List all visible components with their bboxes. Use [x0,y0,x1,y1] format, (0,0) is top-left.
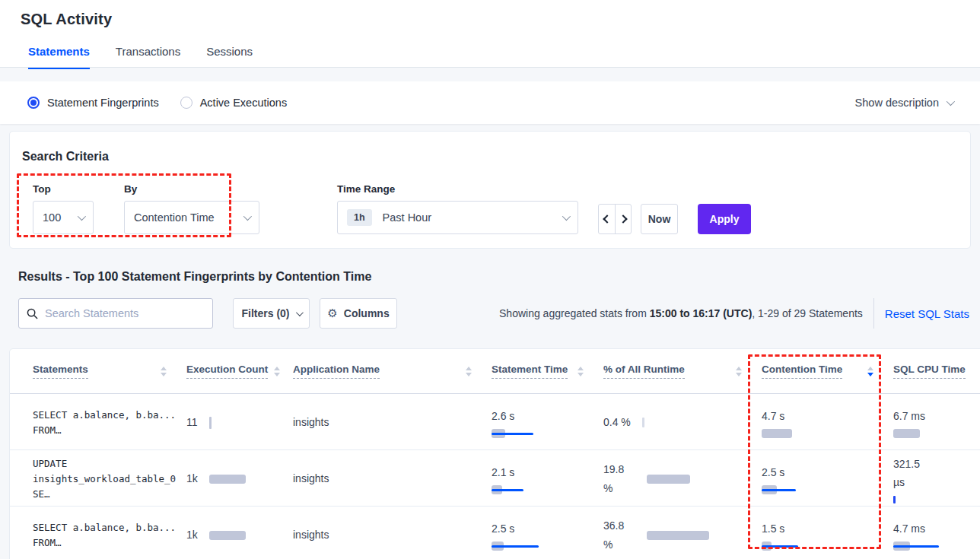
statement-fingerprint-link[interactable]: SELECT a.balance, b.ba...FROM… [33,408,186,438]
show-description-label: Show description [855,97,939,109]
now-button[interactable]: Now [641,204,678,234]
column-header-sql-cpu-time[interactable]: SQL CPU Time [893,364,980,379]
table-row[interactable]: UPDATEinsights_workload_table_0 SE… 1k i… [10,450,980,507]
time-range-select[interactable]: 1h Past Hour [337,201,578,234]
top-label: Top [33,183,94,195]
execution-count-bar [209,475,308,484]
sql-cpu-time-bar [893,542,980,551]
sort-icon [274,367,280,376]
execution-count-bar [209,417,212,429]
pct-runtime-bar [647,475,746,484]
time-range-field: Time Range 1h Past Hour [337,183,578,234]
sql-cpu-time-cell: 321.5 µs [893,455,980,503]
statement-time-bar [492,485,590,494]
chevron-down-icon [78,212,86,221]
contention-time-cell: 1.5 s [762,519,893,551]
tab-sessions[interactable]: Sessions [206,45,253,69]
pct-runtime-bar [647,531,746,540]
table-header-row: Statements Execution Count Application N… [10,349,980,394]
statements-table: Statements Execution Count Application N… [9,348,980,559]
statement-time-cell: 2.6 s [492,407,603,439]
radio-statement-fingerprints[interactable]: Statement Fingerprints [27,97,159,109]
filters-button-label: Filters (0) [241,307,289,319]
by-select[interactable]: Contention Time [124,201,259,234]
statement-time-bar [492,542,590,551]
table-row[interactable]: SELECT a.balance, b.ba...FROM… 1k insigh… [10,507,980,559]
execution-count-bar [209,531,308,540]
time-range-badge: 1h [347,209,372,226]
radio-selected-icon [27,97,40,109]
sql-cpu-time-cell: 6.7 ms [893,407,980,439]
search-icon [27,308,38,319]
chevron-down-icon [295,309,303,316]
execution-count-cell: 1k [186,526,293,545]
contention-time-cell: 4.7 s [762,407,893,439]
column-header-statement-time[interactable]: Statement Time [492,364,603,379]
filters-button[interactable]: Filters (0) [233,298,310,329]
application-name-cell: insights [293,526,492,545]
statement-time-cell: 2.1 s [492,463,603,495]
chevron-down-icon [243,212,252,221]
contention-time-bar [762,429,861,438]
sql-cpu-time-bar [893,429,980,438]
radio-active-executions[interactable]: Active Executions [180,97,287,109]
chevron-down-icon [562,212,571,221]
apply-button[interactable]: Apply [698,204,751,234]
top-field: Top 100 [33,183,94,234]
radio-statement-fingerprints-label: Statement Fingerprints [47,97,159,109]
contention-time-bar [762,485,861,494]
time-range-value: Past Hour [383,211,431,224]
statement-fingerprint-link[interactable]: UPDATEinsights_workload_table_0 SE… [33,456,186,502]
page-title: SQL Activity [21,11,962,28]
application-name-cell: insights [293,469,492,488]
tab-statements[interactable]: Statements [28,45,90,69]
search-criteria-title: Search Criteria [22,150,970,164]
time-prev-button[interactable] [599,205,615,233]
column-header-statements[interactable]: Statements [33,364,186,379]
by-label: By [124,183,259,195]
search-criteria-card: Search Criteria Top 100 By Contention Ti… [9,131,971,249]
contention-time-cell: 2.5 s [762,463,893,495]
application-name-cell: insights [293,413,492,432]
reset-sql-stats-link[interactable]: Reset SQL Stats [885,307,971,320]
view-toggle-card: Statement Fingerprints Active Executions… [0,81,980,124]
statement-time-cell: 2.5 s [492,519,603,551]
sort-icon-active-desc [867,367,873,376]
column-header-application-name[interactable]: Application Name [293,364,492,379]
execution-count-cell: 11 [186,413,293,432]
column-header-execution-count[interactable]: Execution Count [186,364,293,379]
stats-time-window: 15:00 to 16:17 (UTC) [650,307,752,319]
column-header-contention-time[interactable]: Contention Time [762,364,893,379]
top-select[interactable]: 100 [33,201,94,234]
search-statements-box[interactable] [18,298,213,329]
columns-button[interactable]: ⚙ Columns [320,298,397,329]
table-row[interactable]: SELECT a.balance, b.ba...FROM… 11 insigh… [10,394,980,450]
radio-unselected-icon [180,97,192,109]
time-shift-group [598,204,632,234]
show-description-toggle[interactable]: Show description [855,97,953,109]
tab-transactions[interactable]: Transactions [116,45,180,69]
sort-icon [736,367,742,376]
tab-bar: Statements Transactions Sessions [21,45,962,69]
results-toolbar: Filters (0) ⚙ Columns Showing aggregated… [18,298,971,329]
by-select-value: Contention Time [134,211,215,224]
chevron-left-icon [603,214,611,223]
toolbar-divider [873,298,874,329]
pct-runtime-cell: 19.8 % [603,460,762,497]
search-statements-input[interactable] [45,307,205,319]
top-select-value: 100 [43,211,61,224]
chevron-down-icon [947,97,955,106]
gear-icon: ⚙ [327,306,337,320]
statement-time-bar [492,429,590,438]
results-title: Results - Top 100 Statement Fingerprints… [18,270,980,284]
time-next-button[interactable] [615,205,631,233]
sql-cpu-time-cell: 4.7 ms [893,519,980,551]
statement-fingerprint-link[interactable]: SELECT a.balance, b.ba...FROM… [33,520,186,551]
aggregated-stats-text: Showing aggregated stats from 15:00 to 1… [499,307,863,319]
columns-button-label: Columns [344,307,390,319]
sort-icon [466,367,472,376]
column-header-pct-runtime[interactable]: % of All Runtime [603,364,762,379]
pct-runtime-cell: 0.4 % [603,413,762,432]
sort-icon [578,367,584,376]
chevron-right-icon [619,214,627,223]
